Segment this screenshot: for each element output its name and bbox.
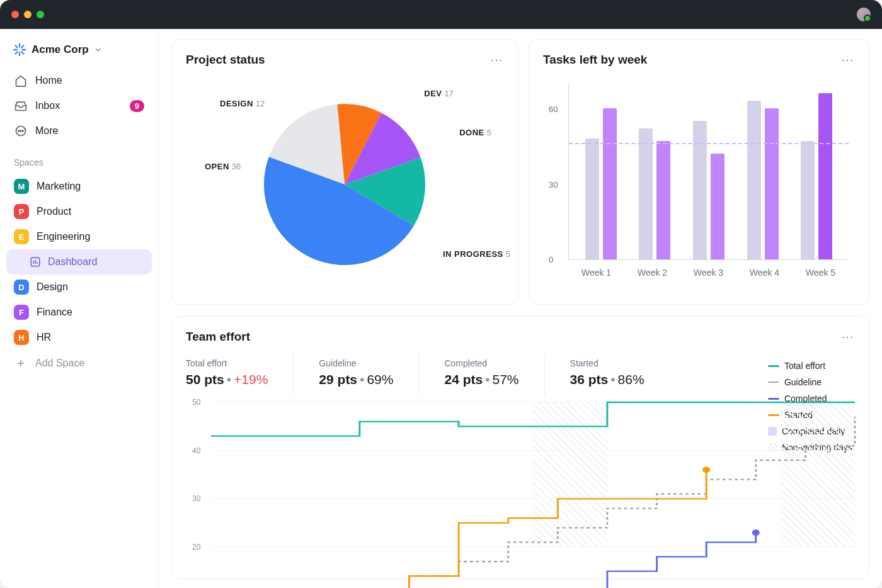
tasks-left-card: Tasks left by week ⋯ 0 30 60 Week 1 Week… <box>529 39 869 305</box>
y-tick: 20 <box>192 543 200 551</box>
space-design[interactable]: D Design <box>6 274 152 300</box>
pie-chart <box>263 103 427 266</box>
close-dot[interactable] <box>11 11 19 18</box>
bar <box>711 154 724 259</box>
maximize-dot[interactable] <box>37 11 44 18</box>
effort-line-chart: 50 40 30 20 <box>186 402 855 566</box>
metric-completed: Completed 24 pts•57% <box>444 354 544 396</box>
project-status-card: Project status ⋯ DESIGN12 OPEN36 DEV17 D… <box>171 39 518 305</box>
space-label: Design <box>37 281 68 293</box>
tasks-left-bar-chart: 0 30 60 Week 1 Week 2 Week 3 Week 4 Week… <box>543 77 855 291</box>
nav-inbox-label: Inbox <box>35 100 60 111</box>
space-badge: H <box>14 330 29 345</box>
space-badge: E <box>14 229 29 244</box>
pie-label-inprogress: IN PROGRESS5 <box>443 249 510 259</box>
svg-point-9 <box>18 130 20 132</box>
user-avatar[interactable] <box>857 8 871 21</box>
nav-more-label: More <box>35 125 58 137</box>
svg-point-10 <box>20 130 21 132</box>
inbox-badge: 9 <box>130 100 144 112</box>
nav-home[interactable]: Home <box>6 68 152 93</box>
effort-metrics: Total effort 50 pts•+19% Guideline 29 pt… <box>186 354 855 396</box>
plus-icon <box>14 356 28 370</box>
bar-group <box>747 101 779 259</box>
home-icon <box>14 74 28 88</box>
metric-started: Started 36 pts•86% <box>570 354 670 396</box>
space-badge: D <box>14 280 29 295</box>
team-effort-card: Team effort ⋯ Total effort 50 pts•+19% G… <box>171 316 869 579</box>
project-status-title: Project status <box>186 53 265 67</box>
space-marketing[interactable]: M Marketing <box>6 174 152 199</box>
bar-group <box>693 121 724 259</box>
metric-value: 50 pts <box>186 372 224 387</box>
metric-value: 29 pts <box>319 372 357 387</box>
metric-label: Total effort <box>186 358 268 368</box>
bar <box>693 121 707 259</box>
sidebar: Acme Corp Home Inbox 9 More Spaces M Mar… <box>0 29 159 588</box>
bar-group <box>801 93 832 259</box>
space-badge: F <box>14 305 29 320</box>
metric-value: 36 pts <box>570 372 609 387</box>
bar <box>656 141 670 259</box>
add-space-button[interactable]: Add Space <box>6 350 152 376</box>
y-tick: 30 <box>192 494 200 503</box>
bar-x-label: Week 1 <box>581 268 611 278</box>
metric-pct: 57% <box>493 372 519 387</box>
card-menu-button[interactable]: ⋯ <box>841 52 855 67</box>
space-label: Finance <box>37 307 72 318</box>
space-engineering[interactable]: E Engineering <box>6 224 152 249</box>
sidebar-item-dashboard[interactable]: Dashboard <box>6 249 152 274</box>
svg-line-4 <box>15 45 17 47</box>
space-label: Product <box>37 206 71 217</box>
card-menu-button[interactable]: ⋯ <box>841 329 855 344</box>
y-tick: 60 <box>549 104 558 113</box>
bar <box>639 128 653 259</box>
bar <box>747 101 761 259</box>
nav-more[interactable]: More <box>6 118 152 144</box>
space-label: Engineering <box>37 231 90 242</box>
svg-point-11 <box>23 130 24 132</box>
space-hr[interactable]: H HR <box>6 325 152 350</box>
card-menu-button[interactable]: ⋯ <box>490 52 504 67</box>
tasks-left-title: Tasks left by week <box>543 53 647 67</box>
metric-pct: 86% <box>618 372 644 387</box>
bar-x-label: Week 2 <box>638 268 667 278</box>
window-controls <box>11 11 44 18</box>
metric-value: 24 pts <box>444 372 483 387</box>
nav-inbox[interactable]: Inbox 9 <box>6 93 152 118</box>
more-icon <box>14 124 28 138</box>
spaces-section-label: Spaces <box>6 144 152 174</box>
bar-x-label: Week 4 <box>750 268 779 278</box>
space-product[interactable]: P Product <box>6 199 152 224</box>
add-space-label: Add Space <box>35 358 84 369</box>
metric-pct: +19% <box>234 372 268 387</box>
svg-point-19 <box>702 466 710 473</box>
bar-x-label: Week 3 <box>694 268 723 278</box>
workspace-name: Acme Corp <box>32 43 89 56</box>
workspace-switcher[interactable]: Acme Corp <box>6 38 152 68</box>
pie-label-open: OPEN36 <box>205 162 241 171</box>
bar <box>585 139 599 259</box>
dashboard-icon <box>29 256 42 268</box>
bar-group <box>639 128 670 259</box>
space-label: Marketing <box>37 181 81 192</box>
space-badge: P <box>14 204 29 219</box>
legend-total: Total effort <box>768 361 852 371</box>
window-titlebar <box>0 0 882 29</box>
metric-pct: 69% <box>367 372 393 387</box>
y-tick: 0 <box>549 255 553 264</box>
nav-home-label: Home <box>35 75 62 86</box>
space-label: HR <box>37 332 51 343</box>
y-tick: 50 <box>192 398 200 407</box>
legend-guideline: Guideline <box>768 377 852 387</box>
metric-label: Guideline <box>319 358 393 368</box>
bar <box>818 93 832 259</box>
space-finance[interactable]: F Finance <box>6 300 152 325</box>
metric-label: Completed <box>444 358 518 368</box>
bar <box>765 108 779 259</box>
dashboard-label: Dashboard <box>48 256 97 268</box>
minimize-dot[interactable] <box>24 11 32 18</box>
metric-label: Started <box>570 358 644 368</box>
svg-line-6 <box>15 52 17 54</box>
svg-line-5 <box>21 52 23 54</box>
